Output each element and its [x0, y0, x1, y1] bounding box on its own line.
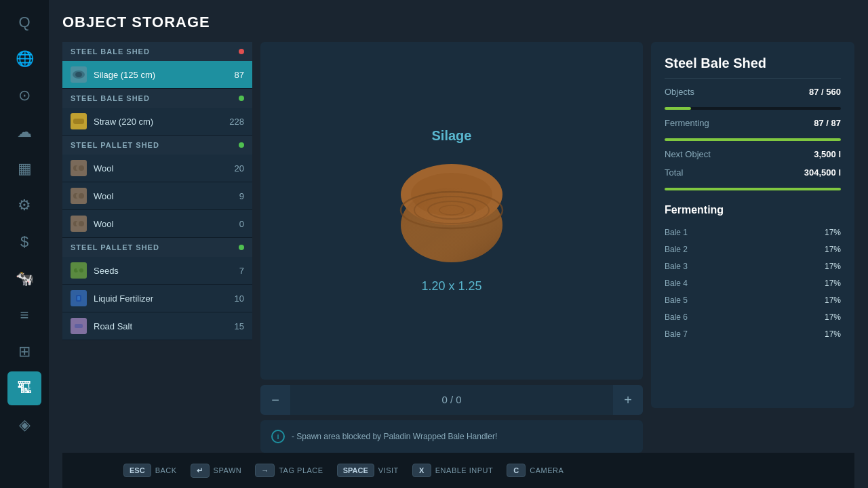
section-label-pallet-2: STEEL PALLET SHED	[71, 243, 159, 251]
section-header-bale-2: STEEL BALE SHED	[62, 89, 252, 108]
sidebar-item-steering[interactable]: ⊙	[7, 79, 41, 113]
bale-pct-6: 17%	[825, 312, 841, 322]
wool-name-3: Wool	[94, 219, 217, 229]
seeds-name: Seeds	[94, 266, 217, 276]
sidebar-item-globe[interactable]: 🌐	[7, 42, 41, 76]
stat-value-objects: 87 / 560	[809, 87, 841, 97]
key-label-back: BACK	[155, 466, 177, 474]
bale-label-3: Bale 3	[665, 262, 688, 271]
seeds-count: 7	[224, 266, 244, 276]
section-dot-green-2	[239, 142, 244, 148]
section-header-pallet-2: STEEL PALLET SHED	[62, 238, 252, 257]
wool-icon-3	[71, 216, 87, 232]
sidebar-item-q[interactable]: Q	[7, 5, 41, 39]
map-icon: ◈	[19, 416, 31, 434]
wool-name-1: Wool	[94, 163, 217, 174]
bale-pct-7: 17%	[825, 329, 841, 339]
bale-pct-3: 17%	[825, 262, 841, 271]
key-label-visit: VISIT	[378, 466, 399, 474]
money-icon: $	[20, 233, 28, 251]
main-area: OBJECT STORAGE STEEL BALE SHED Silage (1…	[49, 0, 868, 488]
sidebar-item-storage[interactable]: 🏗	[7, 371, 41, 405]
sidebar: Q 🌐 ⊙ ☁ ▦ ⚙ $ 🐄 ≡ ⊞ 🏗 ◈	[0, 0, 49, 488]
info-panel-title: Steel Bale Shed	[665, 56, 841, 79]
key-label-camera: CAMERA	[530, 466, 564, 474]
sidebar-item-contracts[interactable]: ≡	[7, 298, 41, 332]
section-label-bale-2: STEEL BALE SHED	[71, 94, 150, 102]
bale-pct-1: 17%	[825, 228, 841, 237]
key-badge-tagplace: →	[255, 464, 275, 477]
sidebar-item-money[interactable]: $	[7, 225, 41, 259]
wool-count-3: 0	[224, 219, 244, 229]
wool-count-1: 20	[224, 163, 244, 174]
sidebar-item-animal[interactable]: 🐄	[7, 262, 41, 296]
svg-rect-17	[75, 324, 83, 328]
tractor-icon: ⚙	[18, 197, 31, 214]
list-item-liquid[interactable]: Liquid Fertilizer 10	[62, 285, 252, 312]
page-title: OBJECT STORAGE	[62, 14, 854, 31]
bale-label-4: Bale 4	[665, 279, 688, 288]
salt-name: Road Salt	[94, 321, 217, 331]
sidebar-item-tractor[interactable]: ⚙	[7, 188, 41, 222]
stat-label-objects: Objects	[665, 87, 694, 97]
bottom-bar: ESC BACK ↵ SPAWN → TAG PLACE SPACE VISIT…	[62, 453, 854, 488]
preview-dimensions: 1.20 x 1.25	[421, 279, 481, 293]
svg-point-5	[79, 165, 84, 171]
fermenting-section-title: Fermenting	[665, 204, 841, 216]
quantity-increase-button[interactable]: +	[613, 385, 643, 415]
warning-bar: i - Spawn area blocked by Paladin Wrappe…	[260, 420, 643, 453]
stat-label-next: Next Object	[665, 149, 711, 159]
list-item-seeds[interactable]: Seeds 7	[62, 257, 252, 285]
list-item-silage[interactable]: Silage (125 cm) 87	[62, 61, 252, 89]
storage-icon: 🏗	[17, 380, 32, 397]
liquid-name: Liquid Fertilizer	[94, 293, 217, 304]
stat-row-objects: Objects 87 / 560	[665, 87, 841, 97]
key-group-tagplace: → TAG PLACE	[255, 464, 323, 477]
svg-rect-2	[73, 119, 84, 124]
key-label-spawn: SPAWN	[214, 466, 242, 474]
content-area: STEEL BALE SHED Silage (125 cm) 87 STEEL…	[62, 42, 854, 453]
bale-label-5: Bale 5	[665, 296, 688, 305]
section-header-pallet-1: STEEL PALLET SHED	[62, 136, 252, 155]
bale-pct-2: 17%	[825, 245, 841, 254]
list-item-salt[interactable]: Road Salt 15	[62, 312, 252, 340]
sidebar-item-vehicles[interactable]: ⊞	[7, 335, 41, 369]
quantity-bar: − 0 / 0 +	[260, 385, 643, 415]
bale-row-5: Bale 5 17%	[665, 292, 841, 309]
salt-count: 15	[224, 321, 244, 331]
svg-point-11	[79, 221, 84, 226]
preview-title: Silage	[432, 128, 472, 144]
key-label-enableinput: ENABLE INPUT	[435, 466, 493, 474]
svg-point-8	[79, 193, 84, 199]
bale-label-1: Bale 1	[665, 228, 688, 237]
wool-icon-2	[71, 188, 87, 204]
progress-fermenting	[665, 138, 841, 141]
wool-icon-1	[71, 160, 87, 176]
info-panel: Steel Bale Shed Objects 87 / 560 Ferment…	[651, 42, 854, 408]
stat-value-total: 304,500 l	[804, 167, 841, 178]
key-badge-visit: SPACE	[337, 464, 374, 477]
quantity-decrease-button[interactable]: −	[260, 385, 290, 415]
list-item-wool-2[interactable]: Wool 9	[62, 182, 252, 210]
progress-fill-total	[665, 188, 841, 190]
bale-label-7: Bale 7	[665, 329, 688, 339]
straw-count: 228	[224, 117, 244, 127]
bale-illustration	[384, 157, 519, 266]
bale-pct-5: 17%	[825, 296, 841, 305]
list-item-straw[interactable]: Straw (220 cm) 228	[62, 108, 252, 136]
sidebar-item-stats[interactable]: ▦	[7, 152, 41, 186]
key-badge-enableinput: X	[412, 464, 431, 477]
sidebar-item-weather[interactable]: ☁	[7, 115, 41, 149]
key-badge-esc: ESC	[123, 464, 151, 477]
liquid-icon	[71, 290, 87, 306]
key-label-tagplace: TAG PLACE	[279, 466, 323, 474]
list-item-wool-3[interactable]: Wool 0	[62, 210, 252, 238]
contracts-icon: ≡	[20, 306, 29, 324]
bale-row-1: Bale 1 17%	[665, 224, 841, 241]
list-item-wool-1[interactable]: Wool 20	[62, 155, 252, 182]
bale-row-7: Bale 7 17%	[665, 326, 841, 343]
sidebar-item-map[interactable]: ◈	[7, 408, 41, 442]
key-group-visit: SPACE VISIT	[337, 464, 399, 477]
key-badge-spawn: ↵	[191, 464, 210, 478]
stat-label-fermenting: Fermenting	[665, 118, 709, 128]
